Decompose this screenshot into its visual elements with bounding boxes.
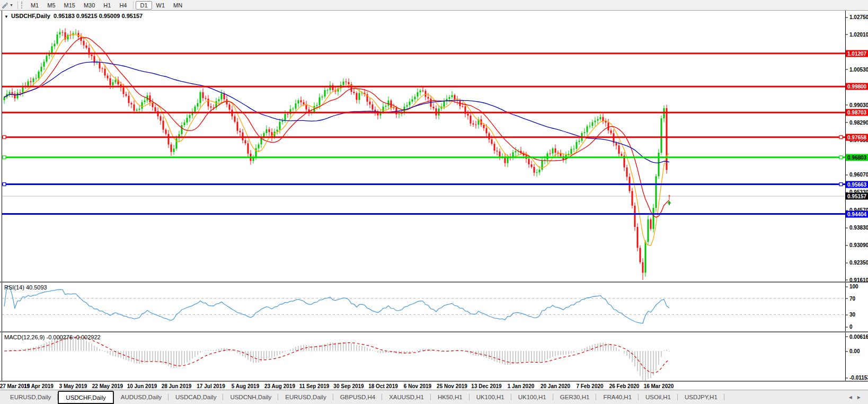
chart-tab-usdjpy-h1[interactable]: USDJPY,H1 [678, 390, 724, 404]
date-axis-label: 1 Jan 2020 [508, 383, 535, 389]
macd-tick-label: 0.006167 [846, 333, 868, 339]
rsi-tick-label: 70 [846, 295, 855, 301]
timeframe-button-w1[interactable]: W1 [152, 1, 170, 10]
tab-scroll-right-icon[interactable]: ▶ [857, 395, 861, 400]
macd-axis[interactable]: 0.0061670.00-0.011531 [845, 332, 868, 381]
date-axis-label: 28 Jun 2019 [162, 383, 192, 389]
rsi-tick-label: 30 [846, 312, 855, 318]
rsi-axis[interactable]: 10070300 [845, 283, 868, 331]
chart-tab-usdcnh-daily[interactable]: USDCNH,Daily [223, 390, 278, 404]
chart-tab-xauusd-h1[interactable]: XAUUSD,H1 [382, 390, 431, 404]
date-axis-label: 25 Nov 2019 [437, 383, 467, 389]
chart-window: ▼USDCHF,Daily 0.95183 0.95215 0.95009 0.… [0, 11, 868, 393]
date-axis-label: 26 Feb 2020 [609, 383, 640, 389]
rsi-tick-label: 100 [846, 284, 858, 289]
tool-dropdown-icon[interactable]: ▼ [10, 3, 13, 7]
date-axis-label: 23 Aug 2019 [264, 383, 295, 389]
date-axis-label: 5 Aug 2019 [232, 383, 259, 389]
price-tick-label: 0.99030 [846, 102, 868, 108]
rsi-tick-label: 0 [846, 324, 853, 330]
price-tick-label: 1.02750 [846, 14, 868, 20]
price-level-tag: 0.95663 [846, 181, 868, 188]
timeframe-button-m30[interactable]: M30 [79, 1, 99, 10]
timeframe-button-m15[interactable]: M15 [60, 1, 79, 10]
rsi-panel: RSI(14) 40.5093 10070300 [0, 283, 868, 332]
date-axis-label: 3 May 2019 [59, 383, 87, 389]
chart-tab-usdchf-daily[interactable]: USDCHF,Daily [58, 391, 113, 404]
toolbar-separator [17, 1, 18, 9]
chart-tab-eurusd-daily[interactable]: EURUSD,Daily [3, 390, 58, 404]
chart-tab-uk100-h1[interactable]: UK100,H1 [470, 390, 511, 404]
chart-tab-usdcad-daily[interactable]: USDCAD,Daily [169, 390, 223, 404]
chart-tab-usoil-h1[interactable]: USOil,H1 [639, 390, 678, 404]
price-level-tag: 1.01207 [846, 50, 868, 57]
price-level-tag: 0.98703 [846, 109, 868, 116]
date-axis-label: 7 Feb 2020 [576, 383, 603, 389]
symbol-dropdown-icon[interactable]: ▼ [4, 14, 8, 19]
chart-tab-fra40-h1[interactable]: FRA40,H1 [596, 390, 639, 404]
date-axis-label: 11 Sep 2019 [299, 383, 330, 389]
chart-title: ▼USDCHF,Daily 0.95183 0.95215 0.95009 0.… [4, 13, 143, 19]
price-level-tag: 0.97658 [846, 134, 868, 140]
timeframe-button-m5[interactable]: M5 [43, 1, 59, 10]
price-tick-label: 0.92350 [846, 260, 868, 266]
main-chart-plot[interactable] [0, 11, 846, 282]
timeframe-toolbar: ▼ M1M5M15M30H1H4D1W1MN [0, 0, 868, 11]
chart-tab-hk50-h1[interactable]: HK50,H1 [431, 390, 470, 404]
price-tick-label: 0.93090 [846, 242, 868, 248]
chart-tab-audusd-daily[interactable]: AUDUSD,Daily [114, 390, 169, 404]
toolbar-grip-handle[interactable] [21, 2, 24, 8]
chart-ohlc-values: 0.95183 0.95215 0.95009 0.95157 [54, 13, 143, 19]
macd-plot[interactable] [0, 332, 846, 381]
date-axis-label: 18 Oct 2019 [368, 383, 398, 389]
date-axis-label: 20 Jan 2020 [541, 383, 570, 389]
rsi-label: RSI(14) 40.5093 [4, 284, 47, 291]
date-axis-label: 15 Apr 2019 [24, 383, 54, 389]
price-level-tag: 0.94404 [846, 210, 868, 217]
price-axis[interactable]: 1.027501.020101.005300.990300.982900.975… [845, 11, 868, 282]
price-tick-label: 0.93830 [846, 225, 868, 231]
date-axis-label: 10 Jun 2019 [127, 383, 157, 389]
macd-label: MACD(12,26,9) -0.000276 -0.002922 [4, 334, 101, 340]
price-tick-label: 0.98290 [846, 119, 868, 125]
chart-tab-uk100-h1[interactable]: UK100,H1 [511, 390, 553, 404]
date-axis-label: 6 Nov 2019 [404, 383, 431, 389]
chart-tab-eurusd-daily[interactable]: EURUSD,Daily [278, 390, 333, 404]
price-tick-label: 1.02010 [846, 31, 868, 37]
macd-tick-label: 0.00 [846, 348, 860, 354]
tab-scroll-left-icon[interactable]: ◀ [849, 395, 852, 400]
chart-tab-bar: EURUSD,DailyUSDCHF,DailyAUDUSD,DailyUSDC… [0, 390, 868, 404]
main-chart-panel: ▼USDCHF,Daily 0.95183 0.95215 0.95009 0.… [0, 11, 868, 283]
chart-tab-ger30-h1[interactable]: GER30,H1 [553, 390, 597, 404]
date-axis-label: 16 Mar 2020 [644, 383, 674, 389]
price-level-tag: 0.96803 [846, 154, 868, 161]
current-price-tag: 0.95157 [846, 193, 868, 200]
draw-tool-icon[interactable] [1, 2, 8, 8]
price-level-tag: 0.99800 [846, 83, 868, 90]
toolbar-separator [133, 1, 134, 9]
date-axis-label: 22 May 2019 [92, 383, 123, 389]
timeframe-button-d1[interactable]: D1 [136, 1, 152, 10]
date-axis-label: 13 Dec 2019 [471, 383, 501, 389]
date-axis-label: 17 Jul 2019 [197, 383, 225, 389]
price-tick-label: 0.96070 [846, 172, 868, 178]
macd-tick-label: -0.011531 [846, 375, 868, 381]
timeframe-button-h1[interactable]: H1 [99, 1, 115, 10]
price-tick-label: 1.00530 [846, 66, 868, 72]
timeframe-button-m1[interactable]: M1 [26, 1, 43, 10]
price-tick-label: 0.91610 [846, 277, 868, 283]
timeframe-button-h4[interactable]: H4 [115, 1, 131, 10]
macd-panel: MACD(12,26,9) -0.000276 -0.002922 0.0061… [0, 332, 868, 382]
chart-tab-gbpusd-h4[interactable]: GBPUSD,H4 [333, 390, 382, 404]
date-axis-label: 30 Sep 2019 [333, 383, 364, 389]
chart-symbol: USDCHF,Daily [11, 13, 50, 19]
timeframe-button-mn[interactable]: MN [169, 1, 187, 10]
rsi-plot[interactable] [0, 283, 846, 331]
